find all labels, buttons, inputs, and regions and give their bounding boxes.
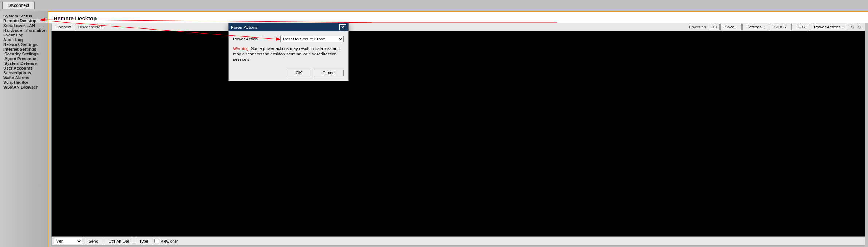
refresh-icon[interactable]: ↻ ↻ xyxy=(849,24,863,30)
sidebar-item-subscriptions[interactable]: Subscriptions xyxy=(0,71,48,75)
sidebar-item-wsman-browser[interactable]: WSMAN Browser xyxy=(0,85,48,90)
sidebar-item-user-accounts[interactable]: User Accounts xyxy=(0,66,48,71)
sidebar-item-serial-over-lan[interactable]: Serial-over-LAN xyxy=(0,23,48,28)
main-area: System StatusRemote DesktopSerial-over-L… xyxy=(0,11,868,247)
sidebar-item-wake-alarms[interactable]: Wake Alarms xyxy=(0,75,48,80)
sidebar-item-agent-presence[interactable]: Agent Presence xyxy=(0,56,48,61)
sidebar-item-event-log[interactable]: Event Log xyxy=(0,33,48,38)
sidebar-item-script-editor[interactable]: Script Editor xyxy=(0,80,48,85)
save-button[interactable]: Save... xyxy=(720,24,742,30)
view-only-label: View only xyxy=(161,239,178,243)
type-button[interactable]: Type xyxy=(135,238,152,244)
ider-button[interactable]: IDER xyxy=(791,24,809,30)
ok-button[interactable]: OK xyxy=(288,70,311,76)
kvm-footer: Win Send Ctrl-Alt-Del Type View only xyxy=(51,237,865,246)
settings-button[interactable]: Settings... xyxy=(742,24,769,30)
close-icon[interactable]: ✕ xyxy=(339,24,346,30)
send-button[interactable]: Send xyxy=(85,238,102,244)
sidebar: System StatusRemote DesktopSerial-over-L… xyxy=(0,11,48,247)
disconnect-button[interactable]: Disconnect xyxy=(2,2,35,9)
content-pane: Remote Desktop Connect Disconnected. Pow… xyxy=(48,11,868,247)
page-header: Remote Desktop xyxy=(48,12,868,23)
view-only-checkbox[interactable] xyxy=(154,239,159,243)
kvm-area: Connect Disconnected. Power on Full Save… xyxy=(48,23,868,247)
sidebar-item-system-defense[interactable]: System Defense xyxy=(0,61,48,66)
sidebar-item-internet-settings[interactable]: Internet Settings xyxy=(0,47,48,52)
top-bar: Disconnect xyxy=(0,0,868,11)
sidebar-item-security-settings[interactable]: Security Settings xyxy=(0,52,48,56)
ctrl-alt-del-button[interactable]: Ctrl-Alt-Del xyxy=(105,238,133,244)
power-actions-button[interactable]: Power Actions... xyxy=(810,24,848,30)
power-action-select[interactable]: Reset to Secure Erase xyxy=(280,36,344,42)
view-only-toggle[interactable]: View only xyxy=(154,239,178,243)
kvm-toolbar: Connect Disconnected. Power on Full Save… xyxy=(51,23,865,31)
power-action-label: Power Action xyxy=(233,37,280,41)
power-actions-dialog: Power Actions ✕ Power Action Reset to Se… xyxy=(228,23,349,81)
dialog-warning: Warning: Some power actions may result i… xyxy=(233,46,344,62)
cancel-button[interactable]: Cancel xyxy=(314,70,344,76)
warning-label: Warning: xyxy=(233,46,250,51)
dialog-title: Power Actions xyxy=(231,25,339,30)
os-select[interactable]: Win xyxy=(54,238,82,244)
connect-button[interactable]: Connect xyxy=(52,24,75,30)
power-state-label: Power on xyxy=(689,25,706,29)
connection-status: Disconnected. xyxy=(75,25,107,29)
page-title: Remote Desktop xyxy=(54,15,863,21)
sidebar-item-hardware-information[interactable]: Hardware Information xyxy=(0,28,48,33)
sidebar-item-audit-log[interactable]: Audit Log xyxy=(0,38,48,42)
sidebar-item-network-settings[interactable]: Network Settings xyxy=(0,42,48,47)
dialog-titlebar[interactable]: Power Actions ✕ xyxy=(229,23,348,31)
sidebar-item-system-status[interactable]: System Status xyxy=(0,14,48,19)
sider-button[interactable]: SIDER xyxy=(770,24,790,30)
sidebar-item-remote-desktop[interactable]: Remote Desktop xyxy=(0,19,48,23)
full-button[interactable]: Full xyxy=(708,24,720,30)
remote-screen[interactable] xyxy=(51,31,865,237)
